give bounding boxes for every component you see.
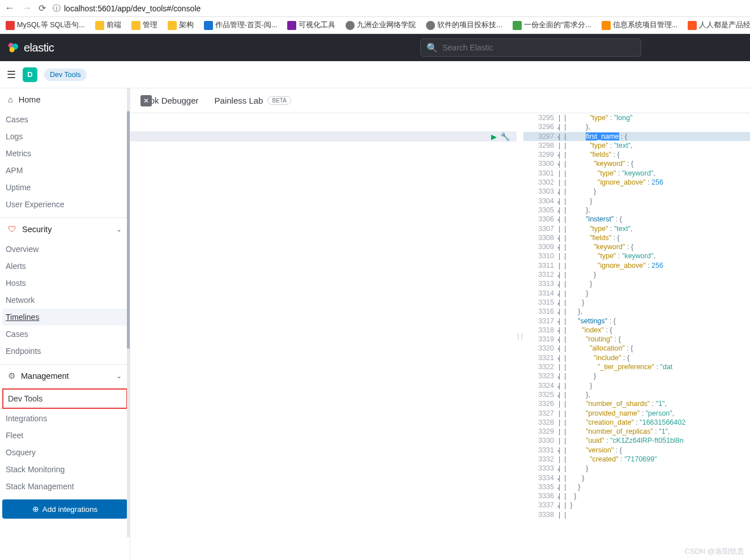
code-line: 3326| | "number_of_shards" : "1", xyxy=(523,399,750,408)
code-line: 3334▴| | } xyxy=(523,473,750,482)
code-line: 3309▾| | "keyword" : { xyxy=(523,242,750,251)
sidebar-item[interactable]: Dev Tools xyxy=(2,388,127,409)
sidebar: ⌂ Home CasesLogsMetricsAPMUptimeUser Exp… xyxy=(0,88,130,560)
beta-badge: BETA xyxy=(267,96,291,105)
code-line: 3298| | "type" : "text", xyxy=(523,141,750,150)
watermark: CSDN @洛阳纸贵 xyxy=(684,546,744,557)
code-line: 3328| | "creation_date" : "16631566402 xyxy=(523,418,750,427)
bookmark-item[interactable]: 人人都是产品经理 |... xyxy=(688,20,750,30)
sidebar-item[interactable]: Logs xyxy=(0,128,130,145)
sidebar-item[interactable]: Stack Management xyxy=(0,478,130,495)
global-search[interactable]: 🔍 xyxy=(420,39,641,57)
menu-toggle[interactable]: ☰ xyxy=(7,69,16,81)
sidebar-home[interactable]: ⌂ Home xyxy=(0,88,130,111)
sub-header: ☰ D Dev Tools xyxy=(0,61,750,88)
bookmark-item[interactable]: 前端 xyxy=(95,20,121,30)
bookmark-favicon xyxy=(6,21,15,30)
sidebar-item[interactable]: Alerts xyxy=(0,258,130,275)
code-line: 3316▴| | }, xyxy=(523,307,750,316)
tab-grok-debugger[interactable]: ✕ Grok Debugger xyxy=(140,95,199,106)
code-line: 3332| | "created" : "7170699" xyxy=(523,455,750,464)
pane-resizer[interactable]: ┆┆ xyxy=(517,113,523,560)
sidebar-item[interactable]: Osquery xyxy=(0,444,130,461)
bookmark-favicon xyxy=(426,21,435,30)
sidebar-item[interactable]: Uptime xyxy=(0,179,130,196)
back-button[interactable]: ← xyxy=(5,2,15,14)
code-line: 3322| | "_tier_preference" : "dat xyxy=(523,362,750,371)
code-line: 3312▴| | } xyxy=(523,270,750,279)
close-icon[interactable]: ✕ xyxy=(140,95,152,106)
tab-painless-lab[interactable]: Painless Lab BETA xyxy=(215,96,291,105)
add-integrations-button[interactable]: ⊕ Add integrations xyxy=(2,499,127,519)
sidebar-item[interactable]: APM xyxy=(0,162,130,179)
svg-point-2 xyxy=(10,47,15,52)
code-line: 3330| | "uuid" : "cK1Zz64lRP-ft051bl8n xyxy=(523,436,750,445)
sidebar-item[interactable]: Overview xyxy=(0,241,130,258)
sidebar-item[interactable]: Stack Monitoring xyxy=(0,461,130,478)
wrench-icon[interactable]: 🔧 xyxy=(500,132,510,141)
content-area: ✕ Grok Debugger Painless Lab BETA ▶ 🔧 ┆┆… xyxy=(130,88,750,560)
sidebar-scrollbar[interactable] xyxy=(127,88,130,537)
sidebar-section-management[interactable]: ⚙Management ⌄ xyxy=(0,364,130,387)
bookmark-label: 可视化工具 xyxy=(299,20,335,30)
chevron-down-icon: ⌄ xyxy=(116,225,122,233)
request-line[interactable]: ▶ 🔧 xyxy=(130,131,517,142)
code-line: 3306▾| | "insterst" : { xyxy=(523,215,750,224)
bookmark-item[interactable]: 软件的项目投标技... xyxy=(426,20,502,30)
code-line: 3338| | xyxy=(523,510,750,519)
bookmark-label: 作品管理-首页-阅... xyxy=(215,20,278,30)
console-request-pane[interactable]: ▶ 🔧 xyxy=(130,113,517,560)
bookmark-item[interactable]: 信息系统项目管理... xyxy=(602,20,677,30)
code-line: 3327| | "provided_name" : "person", xyxy=(523,409,750,418)
bookmark-favicon xyxy=(95,21,104,30)
code-line: 3302| | "ignore_above" : 256 xyxy=(523,178,750,187)
bookmark-item[interactable]: 管理 xyxy=(131,20,157,30)
sidebar-item[interactable]: Fleet xyxy=(0,427,130,444)
sidebar-item[interactable]: Cases xyxy=(0,111,130,128)
bookmark-item[interactable]: 一份全面的"需求分... xyxy=(513,20,591,30)
sidebar-item[interactable]: Cases xyxy=(0,326,130,343)
home-icon: ⌂ xyxy=(8,95,13,104)
code-line: 3317▾| | "settings" : { xyxy=(523,317,750,326)
address-bar[interactable]: ⓘ localhost:5601/app/dev_tools#/console xyxy=(53,3,201,14)
sidebar-item[interactable]: User Experience xyxy=(0,196,130,213)
code-line: 3300▾| | "keyword" : { xyxy=(523,159,750,168)
code-line: 3321▾| | "include" : { xyxy=(523,353,750,362)
bookmark-label: 信息系统项目管理... xyxy=(613,20,677,30)
bookmark-label: MySQL等 SQL语句... xyxy=(17,20,85,30)
code-line: 3308▾| | "fields" : { xyxy=(523,233,750,242)
info-icon: ⓘ xyxy=(53,3,61,14)
devtools-badge[interactable]: Dev Tools xyxy=(44,69,87,81)
elastic-logo[interactable]: elastic xyxy=(7,41,54,54)
bookmark-favicon xyxy=(602,21,611,30)
url-text: localhost:5601/app/dev_tools#/console xyxy=(64,4,201,13)
sidebar-item[interactable]: Timelines xyxy=(2,309,127,326)
code-line: 3323▴| | } xyxy=(523,371,750,381)
reload-button[interactable]: ⟳ xyxy=(39,3,46,14)
bookmark-favicon xyxy=(346,21,355,30)
sidebar-item[interactable]: Metrics xyxy=(0,145,130,162)
bookmark-item[interactable]: MySQL等 SQL语句... xyxy=(6,20,85,30)
bookmark-favicon xyxy=(688,21,697,30)
bookmark-item[interactable]: 架构 xyxy=(168,20,194,30)
sidebar-section-security[interactable]: 🛡Security ⌄ xyxy=(0,217,130,241)
security-label: Security xyxy=(22,225,52,234)
search-input[interactable] xyxy=(442,43,635,52)
bookmark-label: 管理 xyxy=(143,20,157,30)
play-icon[interactable]: ▶ xyxy=(491,132,497,141)
code-line: 3331▾| | "version" : { xyxy=(523,446,750,455)
sidebar-item[interactable]: Endpoints xyxy=(0,343,130,360)
bookmark-item[interactable]: 可视化工具 xyxy=(287,20,335,30)
code-line: 3333▴| | } xyxy=(523,464,750,473)
elastic-logo-icon xyxy=(7,41,19,54)
forward-button[interactable]: → xyxy=(22,2,32,14)
bookmark-item[interactable]: 九洲企业网络学院 xyxy=(346,20,416,30)
sidebar-item[interactable]: Network xyxy=(0,292,130,309)
bookmark-favicon xyxy=(168,21,177,30)
sidebar-item[interactable]: Integrations xyxy=(0,410,130,427)
bookmark-item[interactable]: 作品管理-首页-阅... xyxy=(204,20,278,30)
space-avatar[interactable]: D xyxy=(23,67,37,82)
sidebar-item[interactable]: Hosts xyxy=(0,275,130,292)
code-line: 3337▴| | } xyxy=(523,501,750,510)
management-label: Management xyxy=(21,371,69,381)
